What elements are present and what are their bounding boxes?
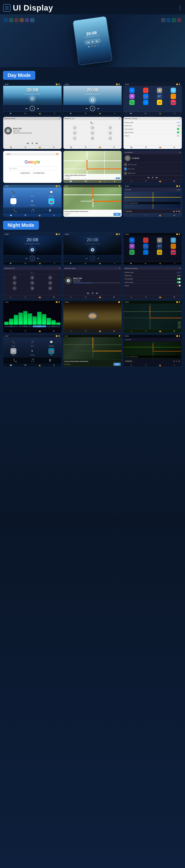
social-play[interactable]: ⏸ [152, 177, 154, 179]
night-dial-2[interactable]: 2 [30, 276, 34, 280]
night-prev-1[interactable]: ⏮ [25, 257, 27, 259]
eq-btn-4[interactable]: FLAT [47, 326, 60, 327]
night-ios-phone[interactable]: 📞 Phone [5, 339, 22, 346]
app-icon-nav[interactable]: 📍 [171, 94, 176, 99]
night-app-telegram[interactable]: ✈ [129, 238, 135, 243]
song-item-1[interactable]: 华乐_19.m4.mp3 [124, 162, 182, 167]
app-icon-bt[interactable]: BT [157, 94, 162, 99]
dial-5[interactable]: 5 [90, 131, 95, 135]
ios-app-messages[interactable]: 💬 Messages [43, 189, 60, 197]
night-app-music[interactable]: 🎵 [143, 238, 149, 243]
waze-next[interactable]: ⏭ [178, 210, 180, 212]
route-zoom-out[interactable]: − [178, 325, 181, 329]
ios-dock-podcast[interactable]: 🎙 [48, 209, 52, 213]
go-button[interactable]: GO [116, 178, 120, 179]
night-app-nav[interactable]: 📍 [171, 244, 176, 249]
dial-4[interactable]: 4 [73, 131, 77, 135]
bt-prev[interactable]: ⏮ [27, 142, 29, 145]
power-toggle[interactable] [177, 135, 181, 137]
dial-7[interactable]: 7 [73, 136, 77, 141]
song-item-2[interactable]: 音乐_19.mp3 [124, 167, 182, 171]
night-ios-waze[interactable]: 🚗 Waze [43, 348, 60, 355]
next-btn[interactable]: ⏭ [37, 107, 39, 110]
dial-1[interactable]: 1 [73, 126, 77, 130]
dial-9[interactable]: 9 [108, 136, 112, 141]
night-app-phone[interactable]: 📞 [129, 250, 135, 255]
waze-play[interactable]: ⏮ [173, 210, 175, 212]
night-next-1[interactable]: ⏭ [37, 257, 39, 259]
dial-2[interactable]: 2 [90, 126, 95, 130]
night-app-camera[interactable]: 📷 [171, 250, 176, 255]
night-app-browser[interactable]: 🌐 [143, 250, 149, 255]
ios-app-maps[interactable]: 🗺 Maps [5, 198, 22, 206]
ios-dock-phone[interactable]: 📞 [13, 209, 17, 213]
auto-answer-toggle[interactable] [177, 128, 181, 130]
eq-btn-2[interactable]: ROCK [19, 326, 32, 327]
app-icon-telegram[interactable]: ✈ [129, 88, 135, 93]
menu-button[interactable] [3, 4, 10, 12]
night-waze-prev[interactable]: ⏮ [173, 360, 175, 362]
google-search-btn[interactable]: Google Search [19, 172, 31, 174]
night-dial-6[interactable]: 6 [48, 281, 52, 285]
night-dial-1[interactable]: 1 [12, 276, 17, 280]
night-ios-dock-music[interactable]: 🎵 [31, 359, 35, 363]
night-ios-messages[interactable]: 💬 Messages [43, 339, 60, 346]
next-btn-2[interactable]: ⏭ [98, 107, 99, 110]
night-app-radio[interactable]: 📻 [157, 250, 162, 255]
ios-app-phone[interactable]: 📞 Phone [5, 189, 22, 197]
night-bt-play[interactable]: ⏸ [91, 292, 94, 294]
night-ios-podcast[interactable]: 🎙 Podcasts [24, 348, 41, 355]
app-icon-waze[interactable]: 🗺 [129, 94, 135, 99]
ios-app-music[interactable]: 🎵 Music [24, 189, 41, 197]
night-waze-next[interactable]: ⏭ [178, 360, 180, 362]
night-play-1[interactable]: ⏸ [30, 256, 35, 261]
night-ios-music[interactable]: 🎵 Music [24, 339, 41, 346]
night-auto-answer-toggle[interactable] [177, 278, 181, 280]
night-app-files[interactable]: 📁 [157, 238, 162, 243]
app-icon-files[interactable]: 📁 [157, 88, 162, 93]
ios-dock-music[interactable]: 🎵 [31, 209, 35, 213]
night-dial-7[interactable]: 7 [12, 286, 17, 290]
ios-app-waze[interactable]: 🚗 Waze [43, 198, 60, 206]
prev-btn[interactable]: ⏮ [25, 107, 27, 110]
eq-btn-3[interactable]: JAZZ [33, 326, 46, 327]
auto-connect-toggle[interactable] [177, 131, 181, 133]
app-icon-phone[interactable]: 📞 [129, 100, 135, 105]
hero-prev-btn[interactable]: ⏮ [87, 40, 90, 44]
google-search-bar[interactable]: 🔍 Search [8, 166, 57, 170]
app-icon-music[interactable]: 🎵 [143, 88, 149, 93]
ios-app-podcast[interactable]: 🎙 Podcasts [24, 198, 41, 206]
night-app-bt[interactable]: BT [157, 244, 162, 249]
dial-3[interactable]: 3 [108, 126, 112, 130]
night-dial-4[interactable]: 4 [12, 281, 17, 285]
app-icon-camera[interactable]: 📷 [171, 100, 176, 105]
night-next-2[interactable]: ⏭ [98, 257, 99, 259]
night-dial-5[interactable]: 5 [30, 281, 34, 285]
social-prev[interactable]: ⏮ [148, 177, 150, 179]
night-power-toggle[interactable] [177, 285, 181, 286]
google-lucky-btn[interactable]: I'm Feeling Lucky [32, 172, 46, 174]
night-play-2[interactable]: ⏸ [90, 256, 95, 261]
night-bt-next[interactable]: ⏭ [96, 292, 98, 294]
go-btn[interactable]: GO [113, 213, 121, 216]
eq-btn-1[interactable]: POP [4, 326, 18, 327]
app-icon-radio[interactable]: 📻 [157, 100, 162, 105]
night-ios-dock-phone[interactable]: 📞 [13, 359, 17, 363]
prev-btn-2[interactable]: ⏮ [86, 107, 87, 110]
route-zoom-in[interactable]: + [178, 321, 181, 324]
night-dial-8[interactable]: 8 [30, 286, 34, 290]
app-icon-browser[interactable]: 🌐 [143, 100, 149, 105]
song-item-3[interactable]: 某某某_9.mp3 [124, 171, 182, 176]
night-dial-3[interactable]: 3 [48, 276, 52, 280]
more-options-button[interactable] [180, 6, 181, 10]
night-go-btn[interactable]: GO [113, 363, 121, 366]
play-btn-2[interactable]: ⏸ [90, 106, 95, 111]
night-app-waze[interactable]: 🗺 [129, 244, 135, 249]
dial-8[interactable]: 8 [90, 136, 95, 141]
night-app-settings[interactable]: ⚙ [171, 238, 176, 243]
app-icon-carplay[interactable]: 🚗 [143, 94, 149, 99]
night-ios-dock-podcast[interactable]: 🎙 [48, 359, 52, 363]
night-bt-prev[interactable]: ⏮ [87, 292, 89, 294]
play-btn[interactable]: ⏸ [30, 106, 35, 111]
night-ios-maps[interactable]: 🗺 Maps [5, 348, 22, 355]
